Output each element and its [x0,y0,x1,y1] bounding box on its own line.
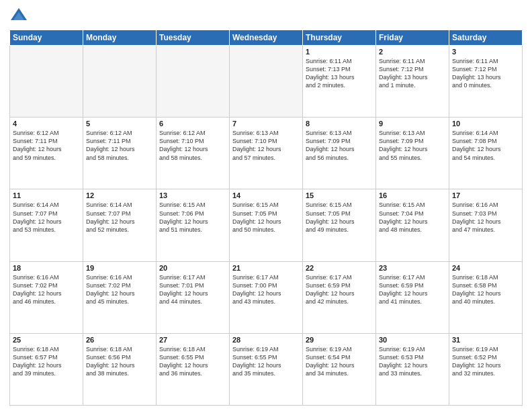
day-info: Sunrise: 6:15 AM Sunset: 7:05 PM Dayligh… [232,201,300,234]
day-info: Sunrise: 6:11 AM Sunset: 7:12 PM Dayligh… [452,57,519,90]
dow-header-saturday: Saturday [449,30,523,46]
dow-header-thursday: Thursday [303,30,376,46]
day-number: 24 [452,264,519,272]
day-info: Sunrise: 6:11 AM Sunset: 7:13 PM Dayligh… [306,57,373,90]
day-number: 2 [379,48,446,56]
day-info: Sunrise: 6:16 AM Sunset: 7:02 PM Dayligh… [13,273,80,306]
day-info: Sunrise: 6:18 AM Sunset: 6:57 PM Dayligh… [13,345,80,378]
day-info: Sunrise: 6:19 AM Sunset: 6:55 PM Dayligh… [232,345,300,378]
week-row-1: 1Sunrise: 6:11 AM Sunset: 7:13 PM Daylig… [10,46,523,118]
dow-header-tuesday: Tuesday [157,30,230,46]
day-number: 21 [232,264,300,272]
day-info: Sunrise: 6:17 AM Sunset: 6:59 PM Dayligh… [379,273,446,306]
day-info: Sunrise: 6:15 AM Sunset: 7:04 PM Dayligh… [379,201,446,234]
logo [9,7,31,26]
day-cell [157,46,230,118]
day-number: 18 [13,264,80,272]
day-info: Sunrise: 6:18 AM Sunset: 6:58 PM Dayligh… [452,273,519,306]
day-number: 14 [232,191,300,199]
day-cell: 27Sunrise: 6:18 AM Sunset: 6:55 PM Dayli… [157,333,230,405]
day-cell: 21Sunrise: 6:17 AM Sunset: 7:00 PM Dayli… [230,261,303,333]
day-number: 10 [452,120,519,128]
day-number: 19 [86,264,153,272]
day-number: 28 [232,336,300,344]
day-number: 9 [379,120,446,128]
day-number: 31 [452,336,519,344]
day-cell: 3Sunrise: 6:11 AM Sunset: 7:12 PM Daylig… [449,46,523,118]
day-cell: 30Sunrise: 6:19 AM Sunset: 6:53 PM Dayli… [376,333,449,405]
day-number: 22 [306,264,373,272]
day-number: 11 [13,191,80,199]
dow-header-sunday: Sunday [10,30,83,46]
day-info: Sunrise: 6:16 AM Sunset: 7:02 PM Dayligh… [86,273,153,306]
day-info: Sunrise: 6:19 AM Sunset: 6:53 PM Dayligh… [379,345,446,378]
day-info: Sunrise: 6:12 AM Sunset: 7:11 PM Dayligh… [86,129,153,162]
day-cell: 7Sunrise: 6:13 AM Sunset: 7:10 PM Daylig… [230,118,303,189]
day-number: 20 [159,264,226,272]
day-number: 16 [379,191,446,199]
day-cell: 12Sunrise: 6:14 AM Sunset: 7:07 PM Dayli… [83,189,157,261]
day-number: 29 [306,336,373,344]
week-row-2: 4Sunrise: 6:12 AM Sunset: 7:11 PM Daylig… [10,118,523,189]
day-cell: 1Sunrise: 6:11 AM Sunset: 7:13 PM Daylig… [303,46,376,118]
calendar: SundayMondayTuesdayWednesdayThursdayFrid… [9,30,523,406]
day-cell [83,46,157,118]
day-number: 26 [86,336,153,344]
day-info: Sunrise: 6:17 AM Sunset: 7:00 PM Dayligh… [232,273,300,306]
day-info: Sunrise: 6:16 AM Sunset: 7:03 PM Dayligh… [452,201,519,234]
day-cell: 13Sunrise: 6:15 AM Sunset: 7:06 PM Dayli… [157,189,230,261]
page-header [9,7,523,26]
day-number: 17 [452,191,519,199]
day-number: 3 [452,48,519,56]
day-info: Sunrise: 6:14 AM Sunset: 7:07 PM Dayligh… [13,201,80,234]
day-cell: 10Sunrise: 6:14 AM Sunset: 7:08 PM Dayli… [449,118,523,189]
day-info: Sunrise: 6:19 AM Sunset: 6:54 PM Dayligh… [306,345,373,378]
day-cell: 28Sunrise: 6:19 AM Sunset: 6:55 PM Dayli… [230,333,303,405]
day-info: Sunrise: 6:12 AM Sunset: 7:11 PM Dayligh… [13,129,80,162]
day-cell: 4Sunrise: 6:12 AM Sunset: 7:11 PM Daylig… [10,118,83,189]
day-number: 23 [379,264,446,272]
day-number: 8 [306,120,373,128]
day-cell: 29Sunrise: 6:19 AM Sunset: 6:54 PM Dayli… [303,333,376,405]
day-cell: 17Sunrise: 6:16 AM Sunset: 7:03 PM Dayli… [449,189,523,261]
day-cell: 25Sunrise: 6:18 AM Sunset: 6:57 PM Dayli… [10,333,83,405]
day-cell: 9Sunrise: 6:13 AM Sunset: 7:09 PM Daylig… [376,118,449,189]
day-cell: 31Sunrise: 6:19 AM Sunset: 6:52 PM Dayli… [449,333,523,405]
day-cell: 20Sunrise: 6:17 AM Sunset: 7:01 PM Dayli… [157,261,230,333]
day-number: 12 [86,191,153,199]
week-row-4: 18Sunrise: 6:16 AM Sunset: 7:02 PM Dayli… [10,261,523,333]
day-info: Sunrise: 6:13 AM Sunset: 7:09 PM Dayligh… [379,129,446,162]
dow-header-monday: Monday [83,30,157,46]
day-cell: 23Sunrise: 6:17 AM Sunset: 6:59 PM Dayli… [376,261,449,333]
day-number: 1 [306,48,373,56]
week-row-5: 25Sunrise: 6:18 AM Sunset: 6:57 PM Dayli… [10,333,523,405]
day-cell: 8Sunrise: 6:13 AM Sunset: 7:09 PM Daylig… [303,118,376,189]
day-cell [230,46,303,118]
day-info: Sunrise: 6:18 AM Sunset: 6:56 PM Dayligh… [86,345,153,378]
day-number: 4 [13,120,80,128]
day-info: Sunrise: 6:17 AM Sunset: 6:59 PM Dayligh… [306,273,373,306]
day-info: Sunrise: 6:11 AM Sunset: 7:12 PM Dayligh… [379,57,446,90]
day-info: Sunrise: 6:14 AM Sunset: 7:07 PM Dayligh… [86,201,153,234]
day-info: Sunrise: 6:18 AM Sunset: 6:55 PM Dayligh… [159,345,226,378]
day-cell: 16Sunrise: 6:15 AM Sunset: 7:04 PM Dayli… [376,189,449,261]
day-number: 30 [379,336,446,344]
day-cell: 22Sunrise: 6:17 AM Sunset: 6:59 PM Dayli… [303,261,376,333]
day-cell [10,46,83,118]
logo-icon [9,7,28,26]
day-number: 7 [232,120,300,128]
day-info: Sunrise: 6:14 AM Sunset: 7:08 PM Dayligh… [452,129,519,162]
day-number: 15 [306,191,373,199]
day-cell: 15Sunrise: 6:15 AM Sunset: 7:05 PM Dayli… [303,189,376,261]
day-cell: 11Sunrise: 6:14 AM Sunset: 7:07 PM Dayli… [10,189,83,261]
day-cell: 18Sunrise: 6:16 AM Sunset: 7:02 PM Dayli… [10,261,83,333]
day-cell: 14Sunrise: 6:15 AM Sunset: 7:05 PM Dayli… [230,189,303,261]
day-info: Sunrise: 6:13 AM Sunset: 7:10 PM Dayligh… [232,129,300,162]
day-info: Sunrise: 6:19 AM Sunset: 6:52 PM Dayligh… [452,345,519,378]
day-cell: 5Sunrise: 6:12 AM Sunset: 7:11 PM Daylig… [83,118,157,189]
calendar-header: SundayMondayTuesdayWednesdayThursdayFrid… [10,30,523,46]
day-cell: 26Sunrise: 6:18 AM Sunset: 6:56 PM Dayli… [83,333,157,405]
day-info: Sunrise: 6:13 AM Sunset: 7:09 PM Dayligh… [306,129,373,162]
day-info: Sunrise: 6:15 AM Sunset: 7:05 PM Dayligh… [306,201,373,234]
week-row-3: 11Sunrise: 6:14 AM Sunset: 7:07 PM Dayli… [10,189,523,261]
